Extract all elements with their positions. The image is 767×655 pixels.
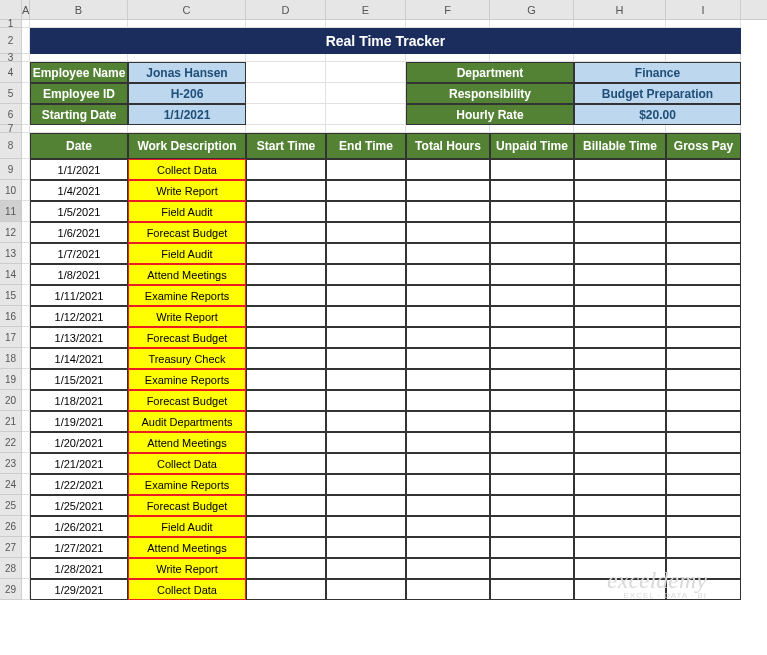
label-employee-id[interactable]: Employee ID xyxy=(30,83,128,104)
cell-start-time[interactable] xyxy=(246,306,326,327)
cell-start-time[interactable] xyxy=(246,474,326,495)
cell-start-time[interactable] xyxy=(246,579,326,600)
cell-unpaid-time[interactable] xyxy=(490,579,574,600)
label-responsibility[interactable]: Responsibility xyxy=(406,83,574,104)
cell-unpaid-time[interactable] xyxy=(490,348,574,369)
cell-gross-pay[interactable] xyxy=(666,243,741,264)
cell-work-description[interactable]: Forecast Budget xyxy=(128,222,246,243)
value-responsibility[interactable]: Budget Preparation xyxy=(574,83,741,104)
cell-unpaid-time[interactable] xyxy=(490,201,574,222)
cell-end-time[interactable] xyxy=(326,348,406,369)
cell-total-hours[interactable] xyxy=(406,201,490,222)
cell-end-time[interactable] xyxy=(326,432,406,453)
cell-gross-pay[interactable] xyxy=(666,411,741,432)
cell-unpaid-time[interactable] xyxy=(490,327,574,348)
cell-date[interactable]: 1/29/2021 xyxy=(30,579,128,600)
cell-gross-pay[interactable] xyxy=(666,558,741,579)
row-4[interactable]: 4 xyxy=(0,62,22,83)
cell-date[interactable]: 1/12/2021 xyxy=(30,306,128,327)
row-16[interactable]: 16 xyxy=(0,306,22,327)
cell-work-description[interactable]: Collect Data xyxy=(128,579,246,600)
cell-total-hours[interactable] xyxy=(406,516,490,537)
th-end-time[interactable]: End Time xyxy=(326,133,406,159)
cell-billable-time[interactable] xyxy=(574,243,666,264)
cell-gross-pay[interactable] xyxy=(666,285,741,306)
cell-date[interactable]: 1/26/2021 xyxy=(30,516,128,537)
cell-billable-time[interactable] xyxy=(574,432,666,453)
cell-end-time[interactable] xyxy=(326,327,406,348)
row-21[interactable]: 21 xyxy=(0,411,22,432)
row-18[interactable]: 18 xyxy=(0,348,22,369)
cell-work-description[interactable]: Attend Meetings xyxy=(128,537,246,558)
cell-billable-time[interactable] xyxy=(574,579,666,600)
row-20[interactable]: 20 xyxy=(0,390,22,411)
value-employee-name[interactable]: Jonas Hansen xyxy=(128,62,246,83)
cell-total-hours[interactable] xyxy=(406,558,490,579)
row-8[interactable]: 8 xyxy=(0,133,22,159)
cell-work-description[interactable]: Write Report xyxy=(128,558,246,579)
cell-billable-time[interactable] xyxy=(574,201,666,222)
cell-billable-time[interactable] xyxy=(574,348,666,369)
cell-unpaid-time[interactable] xyxy=(490,159,574,180)
cell-start-time[interactable] xyxy=(246,348,326,369)
cell-total-hours[interactable] xyxy=(406,222,490,243)
value-department[interactable]: Finance xyxy=(574,62,741,83)
col-a[interactable]: A xyxy=(22,0,30,19)
cell-date[interactable]: 1/18/2021 xyxy=(30,390,128,411)
cell-work-description[interactable]: Forecast Budget xyxy=(128,390,246,411)
cell-date[interactable]: 1/6/2021 xyxy=(30,222,128,243)
cell-gross-pay[interactable] xyxy=(666,453,741,474)
cell-total-hours[interactable] xyxy=(406,432,490,453)
value-hourly-rate[interactable]: $20.00 xyxy=(574,104,741,125)
cell-work-description[interactable]: Collect Data xyxy=(128,159,246,180)
cell-end-time[interactable] xyxy=(326,537,406,558)
row-5[interactable]: 5 xyxy=(0,83,22,104)
cell-end-time[interactable] xyxy=(326,369,406,390)
col-b[interactable]: B xyxy=(30,0,128,19)
cell-end-time[interactable] xyxy=(326,306,406,327)
cell-date[interactable]: 1/20/2021 xyxy=(30,432,128,453)
cell-end-time[interactable] xyxy=(326,516,406,537)
cell-total-hours[interactable] xyxy=(406,327,490,348)
row-6[interactable]: 6 xyxy=(0,104,22,125)
cell-work-description[interactable]: Write Report xyxy=(128,180,246,201)
cell-work-description[interactable]: Attend Meetings xyxy=(128,432,246,453)
value-employee-id[interactable]: H-206 xyxy=(128,83,246,104)
cell-unpaid-time[interactable] xyxy=(490,516,574,537)
col-d[interactable]: D xyxy=(246,0,326,19)
cell-gross-pay[interactable] xyxy=(666,264,741,285)
cell-billable-time[interactable] xyxy=(574,264,666,285)
cell-date[interactable]: 1/19/2021 xyxy=(30,411,128,432)
cell-work-description[interactable]: Examine Reports xyxy=(128,474,246,495)
th-date[interactable]: Date xyxy=(30,133,128,159)
col-f[interactable]: F xyxy=(406,0,490,19)
select-all[interactable] xyxy=(0,0,22,19)
cell-billable-time[interactable] xyxy=(574,369,666,390)
cell-work-description[interactable]: Treasury Check xyxy=(128,348,246,369)
row-24[interactable]: 24 xyxy=(0,474,22,495)
cell-billable-time[interactable] xyxy=(574,537,666,558)
cell-start-time[interactable] xyxy=(246,516,326,537)
label-hourly-rate[interactable]: Hourly Rate xyxy=(406,104,574,125)
cell-date[interactable]: 1/4/2021 xyxy=(30,180,128,201)
cell-work-description[interactable]: Collect Data xyxy=(128,453,246,474)
cell-billable-time[interactable] xyxy=(574,159,666,180)
row-3[interactable]: 3 xyxy=(0,54,22,62)
cell-gross-pay[interactable] xyxy=(666,390,741,411)
cell-start-time[interactable] xyxy=(246,243,326,264)
cell-work-description[interactable]: Field Audit xyxy=(128,243,246,264)
row-27[interactable]: 27 xyxy=(0,537,22,558)
cell-end-time[interactable] xyxy=(326,579,406,600)
th-unpaid-time[interactable]: Unpaid Time xyxy=(490,133,574,159)
cell-gross-pay[interactable] xyxy=(666,369,741,390)
cell-end-time[interactable] xyxy=(326,558,406,579)
cell-date[interactable]: 1/5/2021 xyxy=(30,201,128,222)
label-employee-name[interactable]: Employee Name xyxy=(30,62,128,83)
cell-work-description[interactable]: Field Audit xyxy=(128,516,246,537)
cell-date[interactable]: 1/22/2021 xyxy=(30,474,128,495)
cell-unpaid-time[interactable] xyxy=(490,306,574,327)
cell-end-time[interactable] xyxy=(326,285,406,306)
th-start-time[interactable]: Start Time xyxy=(246,133,326,159)
cell-billable-time[interactable] xyxy=(574,453,666,474)
cell-unpaid-time[interactable] xyxy=(490,432,574,453)
